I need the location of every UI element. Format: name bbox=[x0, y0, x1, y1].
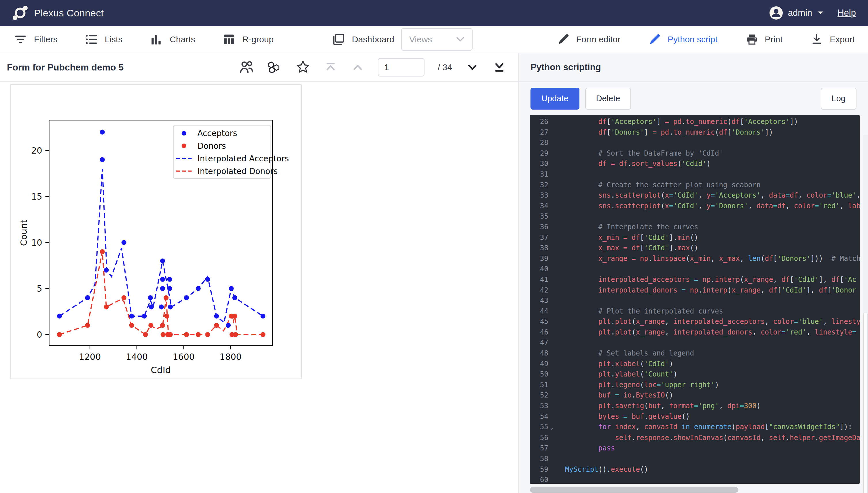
code-line[interactable]: 38 x_max = df['CdId'].max() bbox=[530, 243, 860, 253]
line-number: 32 bbox=[530, 180, 558, 190]
form-title: Form for Pubchem demo 5 bbox=[7, 62, 124, 73]
code-line[interactable]: 51 plt.legend(loc='upper right') bbox=[530, 380, 860, 390]
code-line[interactable]: 28 bbox=[530, 137, 860, 148]
code-line[interactable]: 52 buf = io.BytesIO() bbox=[530, 390, 860, 401]
list-icon bbox=[84, 32, 99, 47]
previous-record-icon[interactable] bbox=[351, 60, 365, 74]
export-button[interactable]: Export bbox=[810, 33, 855, 46]
code-line[interactable]: 49 plt.xlabel('CdId') bbox=[530, 359, 860, 369]
vertical-scrollbar bbox=[863, 135, 868, 493]
code-line[interactable]: 44 # Plot the interpolated curves bbox=[530, 306, 860, 317]
line-number: 36 bbox=[530, 222, 558, 232]
scatter-plot: 120014001600180005101520CdIdCountAccepto… bbox=[11, 85, 301, 379]
views-placeholder: Views bbox=[409, 35, 432, 44]
code-line[interactable]: 42 interpolated_donors = np.interp(x_ran… bbox=[530, 285, 860, 296]
line-number: 58 bbox=[530, 454, 558, 464]
download-icon bbox=[810, 33, 823, 46]
line-number: 42 bbox=[530, 285, 558, 296]
code-line[interactable]: 56 self.response.showInCanvas(canvasId, … bbox=[530, 433, 860, 443]
code-line[interactable]: 48 # Set labels and legend bbox=[530, 348, 860, 359]
code-line[interactable]: 46 plt.plot(x_range, interpolated_donors… bbox=[530, 327, 860, 338]
svg-text:CdId: CdId bbox=[151, 365, 171, 375]
chart-widget[interactable]: 120014001600180005101520CdIdCountAccepto… bbox=[10, 84, 302, 379]
code-line[interactable]: 40 bbox=[530, 264, 860, 274]
user-name: admin bbox=[788, 8, 812, 18]
code-line[interactable]: 32 # Create the scatter plot using seabo… bbox=[530, 180, 860, 190]
dashboard-button[interactable]: Dashboard bbox=[331, 32, 394, 47]
fold-chevron-icon[interactable]: ⌄ bbox=[550, 424, 553, 430]
line-number: 55⌄ bbox=[530, 422, 558, 433]
filter-icon bbox=[13, 32, 28, 47]
pencil-icon bbox=[557, 33, 570, 46]
bar-chart-icon bbox=[149, 32, 163, 47]
filters-label: Filters bbox=[34, 35, 58, 44]
star-icon[interactable] bbox=[296, 60, 310, 75]
page-number-input[interactable] bbox=[378, 58, 424, 77]
code-line[interactable]: 31 bbox=[530, 169, 860, 180]
code-line[interactable]: 57 pass bbox=[530, 443, 860, 454]
code-line[interactable]: 27 df['Donors'] = pd.to_numeric(df['Dono… bbox=[530, 127, 860, 138]
delete-button[interactable]: Delete bbox=[585, 88, 631, 110]
charts-button[interactable]: Charts bbox=[149, 32, 195, 47]
code-line[interactable]: 45 plt.plot(x_range, interpolated_accept… bbox=[530, 316, 860, 327]
code-line[interactable]: 41 interpolated_acceptors = np.interp(x_… bbox=[530, 274, 860, 285]
code-line[interactable]: 30 df = df.sort_values('CdId') bbox=[530, 158, 860, 169]
code-line[interactable]: 58 bbox=[530, 454, 860, 464]
code-line[interactable]: 59MyScript().execute() bbox=[530, 464, 860, 475]
horizontal-scrollbar-thumb[interactable] bbox=[530, 487, 739, 493]
line-number: 46 bbox=[530, 327, 558, 338]
code-editor[interactable]: 26 df['Acceptors'] = pd.to_numeric(df['A… bbox=[530, 115, 860, 484]
print-button[interactable]: Print bbox=[745, 33, 783, 46]
rgroup-button[interactable]: R-group bbox=[222, 32, 274, 47]
code-line[interactable]: 55⌄ for index, canvasId in enumerate(pay… bbox=[530, 422, 860, 433]
line-number: 26 bbox=[530, 116, 558, 127]
next-record-icon[interactable] bbox=[465, 60, 479, 74]
molecule-hexagons-icon[interactable] bbox=[267, 60, 282, 75]
form-header: Form for Pubchem demo 5 bbox=[0, 53, 518, 82]
update-button[interactable]: Update bbox=[530, 88, 580, 110]
people-icon[interactable] bbox=[239, 60, 254, 75]
code-line[interactable]: 34 sns.scatterplot(x='CdId', y='Donors',… bbox=[530, 201, 860, 211]
help-link[interactable]: Help bbox=[837, 8, 856, 18]
line-number: 30 bbox=[530, 158, 558, 169]
python-script-button[interactable]: Python script bbox=[648, 33, 718, 46]
svg-text:Interpolated Donors: Interpolated Donors bbox=[197, 167, 278, 176]
first-record-icon[interactable] bbox=[324, 60, 338, 74]
code-line[interactable]: 33 sns.scatterplot(x='CdId', y='Acceptor… bbox=[530, 190, 860, 201]
form-editor-button[interactable]: Form editor bbox=[557, 33, 620, 46]
line-number: 60 bbox=[530, 475, 558, 484]
line-number: 59 bbox=[530, 464, 558, 475]
code-line[interactable]: 60 bbox=[530, 475, 860, 484]
line-number: 57 bbox=[530, 443, 558, 454]
views-dropdown[interactable]: Views bbox=[401, 28, 472, 51]
code-line[interactable]: 54 bytes = buf.getvalue() bbox=[530, 411, 860, 422]
rgroup-label: R-group bbox=[242, 35, 274, 44]
code-line[interactable]: 29 # Sort the DataFrame by 'CdId' bbox=[530, 148, 860, 159]
code-line[interactable]: 50 plt.ylabel('Count') bbox=[530, 369, 860, 380]
python-panel-title: Python scripting bbox=[530, 62, 601, 72]
user-menu[interactable]: admin bbox=[769, 6, 824, 20]
vertical-scrollbar-thumb[interactable] bbox=[863, 312, 868, 493]
log-button[interactable]: Log bbox=[821, 88, 856, 110]
filters-button[interactable]: Filters bbox=[13, 32, 58, 47]
python-script-label: Python script bbox=[668, 35, 718, 44]
code-line[interactable]: 26 df['Acceptors'] = pd.to_numeric(df['A… bbox=[530, 116, 860, 127]
form-canvas: 120014001600180005101520CdIdCountAccepto… bbox=[0, 82, 518, 493]
line-number: 47 bbox=[530, 337, 558, 348]
code-line[interactable]: 53 plt.savefig(buf, format='png', dpi=30… bbox=[530, 401, 860, 411]
last-record-icon[interactable] bbox=[492, 60, 506, 74]
line-number: 43 bbox=[530, 295, 558, 306]
svg-text:1600: 1600 bbox=[173, 352, 195, 362]
export-label: Export bbox=[830, 35, 855, 44]
svg-text:Acceptors: Acceptors bbox=[197, 129, 237, 138]
code-line[interactable]: 47 bbox=[530, 337, 860, 348]
line-number: 35 bbox=[530, 211, 558, 222]
code-line[interactable]: 39 x_range = np.linspace(x_min, x_max, l… bbox=[530, 253, 860, 264]
code-line[interactable]: 36 # Interpolate the curves bbox=[530, 222, 860, 232]
line-number: 41 bbox=[530, 274, 558, 285]
code-line[interactable]: 35 bbox=[530, 211, 860, 222]
line-number: 27 bbox=[530, 127, 558, 138]
code-line[interactable]: 37 x_min = df['CdId'].min() bbox=[530, 232, 860, 243]
code-line[interactable]: 43 bbox=[530, 295, 860, 306]
lists-button[interactable]: Lists bbox=[84, 32, 123, 47]
